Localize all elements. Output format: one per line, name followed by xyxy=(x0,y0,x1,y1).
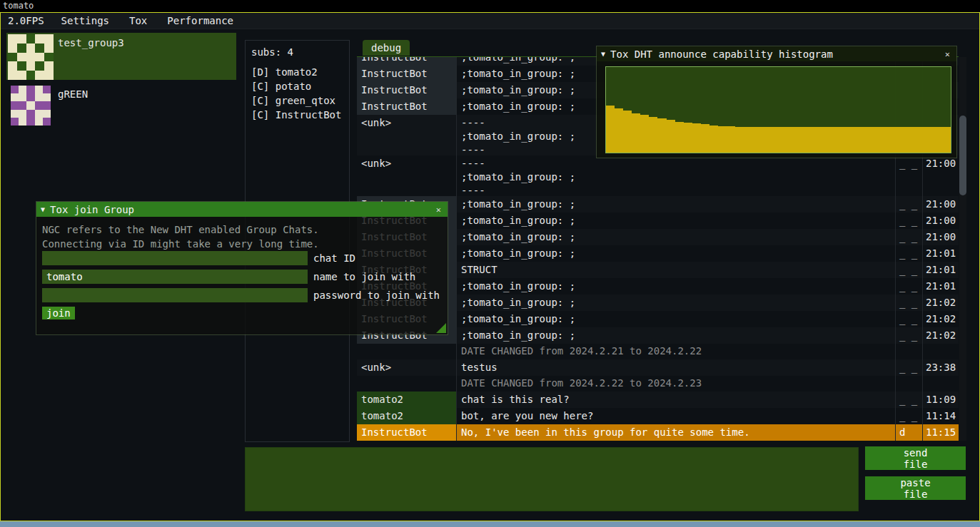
dht-histogram-title: Tox DHT announce capability histogram xyxy=(610,48,833,60)
histogram-bar xyxy=(873,127,882,153)
message-status: _ _ xyxy=(896,262,923,278)
chat-scrollbar-track xyxy=(959,57,966,441)
members-count-header: subs: 4 xyxy=(246,41,349,58)
message-time: 21:00 xyxy=(923,229,959,245)
message-time: 11:09 xyxy=(923,392,959,408)
histogram-bar xyxy=(847,127,856,153)
message-time: 11:14 xyxy=(923,408,959,424)
histogram-bar xyxy=(864,127,873,153)
sender-name: <unk> xyxy=(357,115,457,155)
histogram-bar xyxy=(779,127,787,153)
menu-item-tox[interactable]: Tox xyxy=(119,15,157,26)
message-text: ;tomato_in_group: ; xyxy=(457,278,896,295)
message-text: STRUCT xyxy=(457,262,896,278)
message-input[interactable] xyxy=(245,447,859,511)
join-button[interactable]: join xyxy=(42,307,75,319)
menu-item-settings[interactable]: Settings xyxy=(51,15,119,26)
sender-name xyxy=(357,376,457,392)
histogram-bar xyxy=(830,127,839,153)
sender-name: <unk> xyxy=(357,359,457,376)
fps-indicator: 2.0FPS xyxy=(1,15,51,26)
resize-grip[interactable] xyxy=(436,323,446,333)
chat-message-row[interactable]: tomato2bot, are you new here?_ _11:14 xyxy=(357,408,959,424)
histogram-bar xyxy=(744,127,752,153)
send-file-button[interactable]: send file xyxy=(865,446,966,470)
message-status: d xyxy=(896,424,923,441)
message-text: ----;tomato_in_group: ;---- xyxy=(457,155,896,196)
tab-debug[interactable]: debug xyxy=(363,40,410,56)
histogram-bar xyxy=(752,127,761,153)
chat-message-row[interactable]: tomato2chat is this real?_ _11:09 xyxy=(357,392,959,408)
join-group-titlebar[interactable]: ▼ Tox join Group ✕ xyxy=(36,202,448,217)
join-input-password[interactable] xyxy=(42,288,308,302)
histogram-bar xyxy=(908,127,916,153)
message-text: No, I've been in this group for quite so… xyxy=(457,424,896,441)
histogram-bar xyxy=(804,127,813,153)
histogram-bar xyxy=(692,123,701,153)
message-status: _ _ xyxy=(896,359,923,376)
avatar xyxy=(6,33,58,80)
message-status: _ _ xyxy=(896,213,923,229)
bottom-edge-strip xyxy=(0,521,980,527)
histogram-bar xyxy=(675,122,684,153)
histogram-bar xyxy=(796,127,804,153)
histogram-bar xyxy=(916,127,925,153)
group-avatar-image xyxy=(11,86,51,126)
message-status xyxy=(896,344,923,359)
histogram-bar xyxy=(934,127,942,153)
histogram-bar xyxy=(813,127,822,153)
join-fields: chat IDname to join withpassword to join… xyxy=(42,251,442,302)
histogram-bar xyxy=(899,127,908,153)
message-status: _ _ xyxy=(896,295,923,311)
join-input-chat-id[interactable] xyxy=(42,251,308,265)
sender-name: <unk> xyxy=(357,155,457,196)
message-status: _ _ xyxy=(896,155,923,196)
join-field-row: name to join with xyxy=(42,270,442,284)
join-field-label: chat ID xyxy=(313,252,355,264)
histogram-bar xyxy=(701,124,709,153)
group-item-test_group3[interactable]: test_group3 xyxy=(6,33,236,80)
dht-histogram-titlebar[interactable]: ▼ Tox DHT announce capability histogram … xyxy=(597,46,956,61)
message-time: 21:01 xyxy=(923,278,959,295)
close-icon[interactable]: ✕ xyxy=(943,49,952,59)
join-info-line: Connecting via ID might take a very long… xyxy=(42,237,442,251)
join-group-body: NGC refers to the New DHT enabled Group … xyxy=(36,217,448,334)
message-text: bot, are you new here? xyxy=(457,408,896,424)
chat-scrollbar-thumb[interactable] xyxy=(959,116,966,195)
message-text: ;tomato_in_group: ; xyxy=(457,229,896,245)
join-input-name[interactable] xyxy=(42,270,308,284)
member-item[interactable]: [D] tomato2 xyxy=(246,66,349,81)
message-text: DATE CHANGED from 2024.2.22 to 2024.2.23 xyxy=(457,376,896,392)
message-status: _ _ xyxy=(896,392,923,408)
menu-item-performance[interactable]: Performance xyxy=(157,15,243,26)
histogram-bar xyxy=(882,127,891,153)
member-item[interactable]: [C] InstructBot xyxy=(246,109,349,123)
histogram-bar xyxy=(657,118,666,153)
message-status: _ _ xyxy=(896,327,923,344)
member-list: [D] tomato2[C] potato[C] green_qtox[C] I… xyxy=(246,66,349,123)
chat-message-row[interactable]: InstructBotNo, I've been in this group f… xyxy=(357,424,959,441)
message-status: _ _ xyxy=(896,278,923,295)
message-status: _ _ xyxy=(896,408,923,424)
paste-file-button[interactable]: paste file xyxy=(865,476,966,500)
member-item[interactable]: [C] potato xyxy=(246,81,349,95)
close-icon[interactable]: ✕ xyxy=(434,205,443,215)
chat-message-row[interactable]: <unk>----;tomato_in_group: ;----_ _21:00 xyxy=(357,155,959,196)
histogram-bar xyxy=(649,117,657,153)
histogram-plot xyxy=(605,66,951,153)
message-status: _ _ xyxy=(896,311,923,327)
message-time: 21:00 xyxy=(923,196,959,213)
member-item[interactable]: [C] green_qtox xyxy=(246,95,349,109)
message-text: ;tomato_in_group: ; xyxy=(457,295,896,311)
group-item-gREEN[interactable]: gREEN xyxy=(6,84,236,128)
collapse-arrow-icon[interactable]: ▼ xyxy=(601,50,605,58)
collapse-arrow-icon[interactable]: ▼ xyxy=(41,205,45,213)
chat-message-row[interactable]: <unk>testus_ _23:38 xyxy=(357,359,959,376)
histogram-bar xyxy=(769,127,778,153)
dht-histogram-body xyxy=(597,61,956,158)
join-field-label: name to join with xyxy=(313,271,415,282)
message-status: _ _ xyxy=(896,229,923,245)
avatar xyxy=(6,84,58,126)
sender-name xyxy=(357,344,457,359)
histogram-bar xyxy=(787,127,796,153)
